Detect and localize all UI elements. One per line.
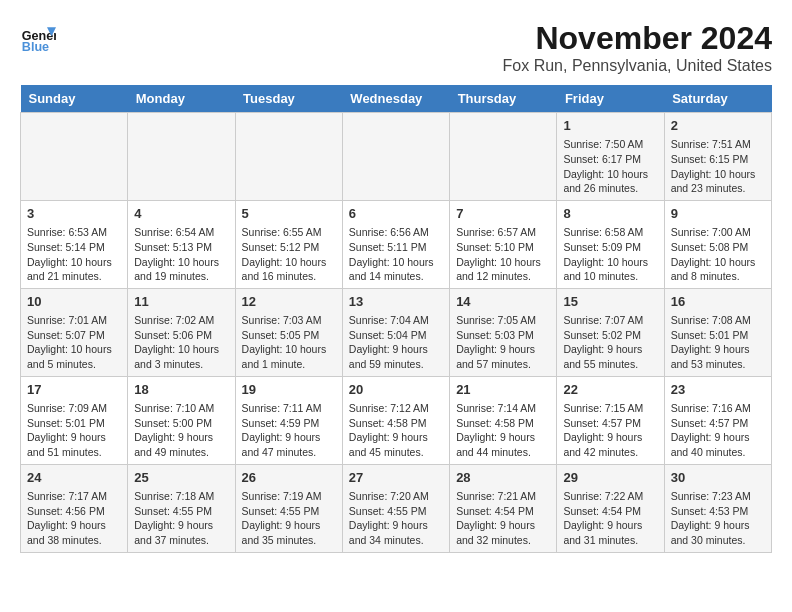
- day-number: 19: [242, 381, 336, 399]
- day-number: 3: [27, 205, 121, 223]
- day-number: 22: [563, 381, 657, 399]
- table-row: 3Sunrise: 6:53 AMSunset: 5:14 PMDaylight…: [21, 200, 128, 288]
- day-info: Sunrise: 7:00 AMSunset: 5:08 PMDaylight:…: [671, 225, 765, 284]
- day-info: Sunrise: 7:09 AMSunset: 5:01 PMDaylight:…: [27, 401, 121, 460]
- table-row: 22Sunrise: 7:15 AMSunset: 4:57 PMDayligh…: [557, 376, 664, 464]
- day-info: Sunrise: 7:10 AMSunset: 5:00 PMDaylight:…: [134, 401, 228, 460]
- table-row: [235, 113, 342, 201]
- day-info: Sunrise: 6:54 AMSunset: 5:13 PMDaylight:…: [134, 225, 228, 284]
- day-number: 5: [242, 205, 336, 223]
- day-number: 9: [671, 205, 765, 223]
- table-row: 18Sunrise: 7:10 AMSunset: 5:00 PMDayligh…: [128, 376, 235, 464]
- table-row: 28Sunrise: 7:21 AMSunset: 4:54 PMDayligh…: [450, 464, 557, 552]
- page-subtitle: Fox Run, Pennsylvania, United States: [503, 57, 772, 75]
- day-info: Sunrise: 6:55 AMSunset: 5:12 PMDaylight:…: [242, 225, 336, 284]
- day-info: Sunrise: 7:03 AMSunset: 5:05 PMDaylight:…: [242, 313, 336, 372]
- table-row: 27Sunrise: 7:20 AMSunset: 4:55 PMDayligh…: [342, 464, 449, 552]
- day-number: 1: [563, 117, 657, 135]
- table-row: 11Sunrise: 7:02 AMSunset: 5:06 PMDayligh…: [128, 288, 235, 376]
- day-number: 10: [27, 293, 121, 311]
- day-number: 8: [563, 205, 657, 223]
- header-monday: Monday: [128, 85, 235, 113]
- day-number: 13: [349, 293, 443, 311]
- svg-text:Blue: Blue: [22, 40, 49, 54]
- header-sunday: Sunday: [21, 85, 128, 113]
- day-number: 11: [134, 293, 228, 311]
- day-info: Sunrise: 7:11 AMSunset: 4:59 PMDaylight:…: [242, 401, 336, 460]
- table-row: 26Sunrise: 7:19 AMSunset: 4:55 PMDayligh…: [235, 464, 342, 552]
- header-thursday: Thursday: [450, 85, 557, 113]
- day-info: Sunrise: 6:56 AMSunset: 5:11 PMDaylight:…: [349, 225, 443, 284]
- calendar-week-row: 10Sunrise: 7:01 AMSunset: 5:07 PMDayligh…: [21, 288, 772, 376]
- table-row: 12Sunrise: 7:03 AMSunset: 5:05 PMDayligh…: [235, 288, 342, 376]
- page-title: November 2024: [503, 20, 772, 57]
- table-row: 6Sunrise: 6:56 AMSunset: 5:11 PMDaylight…: [342, 200, 449, 288]
- calendar-week-row: 3Sunrise: 6:53 AMSunset: 5:14 PMDaylight…: [21, 200, 772, 288]
- table-row: 17Sunrise: 7:09 AMSunset: 5:01 PMDayligh…: [21, 376, 128, 464]
- day-info: Sunrise: 7:15 AMSunset: 4:57 PMDaylight:…: [563, 401, 657, 460]
- table-row: 15Sunrise: 7:07 AMSunset: 5:02 PMDayligh…: [557, 288, 664, 376]
- table-row: [128, 113, 235, 201]
- table-row: 1Sunrise: 7:50 AMSunset: 6:17 PMDaylight…: [557, 113, 664, 201]
- day-number: 21: [456, 381, 550, 399]
- day-number: 23: [671, 381, 765, 399]
- day-info: Sunrise: 7:20 AMSunset: 4:55 PMDaylight:…: [349, 489, 443, 548]
- day-info: Sunrise: 7:01 AMSunset: 5:07 PMDaylight:…: [27, 313, 121, 372]
- table-row: 4Sunrise: 6:54 AMSunset: 5:13 PMDaylight…: [128, 200, 235, 288]
- day-number: 29: [563, 469, 657, 487]
- table-row: 21Sunrise: 7:14 AMSunset: 4:58 PMDayligh…: [450, 376, 557, 464]
- logo: General Blue: [20, 20, 56, 56]
- day-info: Sunrise: 7:12 AMSunset: 4:58 PMDaylight:…: [349, 401, 443, 460]
- day-number: 26: [242, 469, 336, 487]
- day-number: 4: [134, 205, 228, 223]
- day-info: Sunrise: 7:16 AMSunset: 4:57 PMDaylight:…: [671, 401, 765, 460]
- logo-icon: General Blue: [20, 20, 56, 56]
- day-info: Sunrise: 6:58 AMSunset: 5:09 PMDaylight:…: [563, 225, 657, 284]
- table-row: 2Sunrise: 7:51 AMSunset: 6:15 PMDaylight…: [664, 113, 771, 201]
- header-friday: Friday: [557, 85, 664, 113]
- day-number: 20: [349, 381, 443, 399]
- day-info: Sunrise: 7:08 AMSunset: 5:01 PMDaylight:…: [671, 313, 765, 372]
- day-info: Sunrise: 7:02 AMSunset: 5:06 PMDaylight:…: [134, 313, 228, 372]
- day-number: 25: [134, 469, 228, 487]
- day-number: 28: [456, 469, 550, 487]
- table-row: [21, 113, 128, 201]
- table-row: 13Sunrise: 7:04 AMSunset: 5:04 PMDayligh…: [342, 288, 449, 376]
- page-header: General Blue November 2024 Fox Run, Penn…: [20, 20, 772, 75]
- table-row: 29Sunrise: 7:22 AMSunset: 4:54 PMDayligh…: [557, 464, 664, 552]
- day-info: Sunrise: 7:18 AMSunset: 4:55 PMDaylight:…: [134, 489, 228, 548]
- table-row: [342, 113, 449, 201]
- day-info: Sunrise: 6:57 AMSunset: 5:10 PMDaylight:…: [456, 225, 550, 284]
- header-saturday: Saturday: [664, 85, 771, 113]
- day-info: Sunrise: 7:19 AMSunset: 4:55 PMDaylight:…: [242, 489, 336, 548]
- table-row: 10Sunrise: 7:01 AMSunset: 5:07 PMDayligh…: [21, 288, 128, 376]
- table-row: 9Sunrise: 7:00 AMSunset: 5:08 PMDaylight…: [664, 200, 771, 288]
- title-area: November 2024 Fox Run, Pennsylvania, Uni…: [503, 20, 772, 75]
- day-info: Sunrise: 7:17 AMSunset: 4:56 PMDaylight:…: [27, 489, 121, 548]
- header-tuesday: Tuesday: [235, 85, 342, 113]
- day-number: 30: [671, 469, 765, 487]
- day-info: Sunrise: 6:53 AMSunset: 5:14 PMDaylight:…: [27, 225, 121, 284]
- day-number: 14: [456, 293, 550, 311]
- day-number: 7: [456, 205, 550, 223]
- table-row: 30Sunrise: 7:23 AMSunset: 4:53 PMDayligh…: [664, 464, 771, 552]
- day-info: Sunrise: 7:05 AMSunset: 5:03 PMDaylight:…: [456, 313, 550, 372]
- table-row: 23Sunrise: 7:16 AMSunset: 4:57 PMDayligh…: [664, 376, 771, 464]
- day-info: Sunrise: 7:22 AMSunset: 4:54 PMDaylight:…: [563, 489, 657, 548]
- day-number: 6: [349, 205, 443, 223]
- calendar-week-row: 24Sunrise: 7:17 AMSunset: 4:56 PMDayligh…: [21, 464, 772, 552]
- table-row: 5Sunrise: 6:55 AMSunset: 5:12 PMDaylight…: [235, 200, 342, 288]
- day-number: 17: [27, 381, 121, 399]
- day-info: Sunrise: 7:04 AMSunset: 5:04 PMDaylight:…: [349, 313, 443, 372]
- day-number: 27: [349, 469, 443, 487]
- table-row: 16Sunrise: 7:08 AMSunset: 5:01 PMDayligh…: [664, 288, 771, 376]
- table-row: 25Sunrise: 7:18 AMSunset: 4:55 PMDayligh…: [128, 464, 235, 552]
- day-number: 18: [134, 381, 228, 399]
- calendar-table: Sunday Monday Tuesday Wednesday Thursday…: [20, 85, 772, 553]
- table-row: 20Sunrise: 7:12 AMSunset: 4:58 PMDayligh…: [342, 376, 449, 464]
- day-info: Sunrise: 7:23 AMSunset: 4:53 PMDaylight:…: [671, 489, 765, 548]
- day-info: Sunrise: 7:14 AMSunset: 4:58 PMDaylight:…: [456, 401, 550, 460]
- day-number: 15: [563, 293, 657, 311]
- day-number: 16: [671, 293, 765, 311]
- table-row: 14Sunrise: 7:05 AMSunset: 5:03 PMDayligh…: [450, 288, 557, 376]
